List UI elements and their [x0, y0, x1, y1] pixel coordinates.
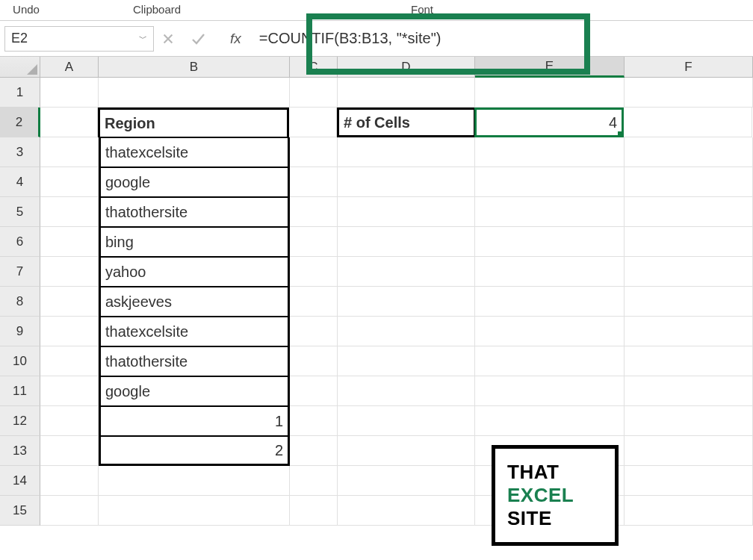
cell-C6[interactable]	[290, 227, 338, 257]
fx-icon[interactable]: fx	[230, 31, 241, 47]
cell-E5[interactable]	[475, 197, 625, 227]
cell-C7[interactable]	[290, 257, 338, 287]
row-header-2[interactable]: 2	[0, 108, 40, 137]
cell-F7[interactable]	[625, 257, 753, 287]
cell-E9[interactable]	[475, 317, 625, 346]
row-header-15[interactable]: 15	[0, 496, 40, 526]
cell-A3[interactable]	[40, 137, 99, 167]
cell-B13[interactable]: 2	[99, 436, 290, 466]
cell-B15[interactable]	[99, 496, 290, 526]
cell-E12[interactable]	[475, 406, 625, 436]
cell-D15[interactable]	[338, 496, 475, 526]
cell-A15[interactable]	[40, 496, 99, 526]
cell-E1[interactable]	[475, 78, 625, 108]
cell-A8[interactable]	[40, 287, 99, 317]
cell-F4[interactable]	[625, 167, 753, 197]
cell-A11[interactable]	[40, 376, 99, 406]
cell-A13[interactable]	[40, 436, 99, 466]
cell-F13[interactable]	[625, 436, 753, 466]
cell-D6[interactable]	[338, 227, 475, 257]
cell-B6[interactable]: bing	[99, 227, 290, 257]
cell-D8[interactable]	[338, 287, 475, 317]
cell-C14[interactable]	[290, 466, 338, 496]
row-header-12[interactable]: 12	[0, 406, 40, 436]
chevron-down-icon[interactable]: ﹀	[139, 33, 147, 44]
cell-B4[interactable]: google	[99, 167, 290, 197]
row-header-13[interactable]: 13	[0, 436, 40, 466]
cell-B12[interactable]: 1	[99, 406, 290, 436]
cell-C3[interactable]	[290, 137, 338, 167]
spreadsheet-grid[interactable]: A B C D E F 1 2 Region # of Cells 4 3 th…	[0, 57, 753, 526]
cell-B5[interactable]: thatothersite	[99, 197, 290, 227]
cell-F12[interactable]	[625, 406, 753, 436]
row-header-6[interactable]: 6	[0, 227, 40, 257]
cell-E6[interactable]	[475, 227, 625, 257]
cell-C8[interactable]	[290, 287, 338, 317]
cell-B8[interactable]: askjeeves	[99, 287, 290, 317]
cell-F9[interactable]	[625, 317, 753, 346]
col-header-C[interactable]: C	[290, 57, 338, 77]
cell-A12[interactable]	[40, 406, 99, 436]
cell-F1[interactable]	[625, 78, 753, 108]
cell-F11[interactable]	[625, 376, 753, 406]
cell-F14[interactable]	[625, 466, 753, 496]
cell-F6[interactable]	[625, 227, 753, 257]
cell-C13[interactable]	[290, 436, 338, 466]
col-header-B[interactable]: B	[99, 57, 290, 77]
cell-B3[interactable]: thatexcelsite	[99, 137, 290, 167]
cell-A4[interactable]	[40, 167, 99, 197]
cell-B2[interactable]: Region	[98, 108, 289, 137]
cell-D10[interactable]	[338, 346, 475, 376]
col-header-A[interactable]: A	[40, 57, 99, 77]
row-header-11[interactable]: 11	[0, 376, 40, 406]
cell-D9[interactable]	[338, 317, 475, 346]
cell-B7[interactable]: yahoo	[99, 257, 290, 287]
cell-D4[interactable]	[338, 167, 475, 197]
cell-B1[interactable]	[99, 78, 290, 108]
cell-E4[interactable]	[475, 167, 625, 197]
cell-D2[interactable]: # of Cells	[337, 108, 474, 137]
cell-C5[interactable]	[290, 197, 338, 227]
col-header-F[interactable]: F	[625, 57, 753, 77]
cell-A9[interactable]	[40, 317, 99, 346]
cell-D3[interactable]	[338, 137, 475, 167]
row-header-9[interactable]: 9	[0, 317, 40, 346]
col-header-D[interactable]: D	[338, 57, 475, 77]
cell-D11[interactable]	[338, 376, 475, 406]
row-header-10[interactable]: 10	[0, 346, 40, 376]
cell-C10[interactable]	[290, 346, 338, 376]
cell-D5[interactable]	[338, 197, 475, 227]
cell-E8[interactable]	[475, 287, 625, 317]
cell-B9[interactable]: thatexcelsite	[99, 317, 290, 346]
col-header-E[interactable]: E	[475, 57, 625, 78]
cell-F8[interactable]	[625, 287, 753, 317]
cell-A5[interactable]	[40, 197, 99, 227]
cell-C11[interactable]	[290, 376, 338, 406]
formula-bar-input[interactable]: =COUNTIF(B3:B13, "*site")	[252, 26, 749, 52]
select-all-corner[interactable]	[0, 57, 40, 77]
cell-B10[interactable]: thatothersite	[99, 346, 290, 376]
cell-E3[interactable]	[475, 137, 625, 167]
cell-F15[interactable]	[625, 496, 753, 526]
cell-A14[interactable]	[40, 466, 99, 496]
row-header-7[interactable]: 7	[0, 257, 40, 287]
cell-A6[interactable]	[40, 227, 99, 257]
row-header-14[interactable]: 14	[0, 466, 40, 496]
cell-C4[interactable]	[290, 167, 338, 197]
cell-B14[interactable]	[99, 466, 290, 496]
cell-D12[interactable]	[338, 406, 475, 436]
cell-F2[interactable]	[624, 108, 752, 137]
cell-C1[interactable]	[290, 78, 338, 108]
cell-B11[interactable]: google	[99, 376, 290, 406]
cell-F3[interactable]	[625, 137, 753, 167]
cell-A2[interactable]	[40, 108, 98, 137]
cell-C2[interactable]	[289, 108, 337, 137]
cell-E7[interactable]	[475, 257, 625, 287]
cell-A10[interactable]	[40, 346, 99, 376]
cell-F10[interactable]	[625, 346, 753, 376]
cell-E2[interactable]: 4	[474, 108, 624, 137]
cell-C9[interactable]	[290, 317, 338, 346]
cell-F5[interactable]	[625, 197, 753, 227]
cell-A7[interactable]	[40, 257, 99, 287]
row-header-5[interactable]: 5	[0, 197, 40, 227]
